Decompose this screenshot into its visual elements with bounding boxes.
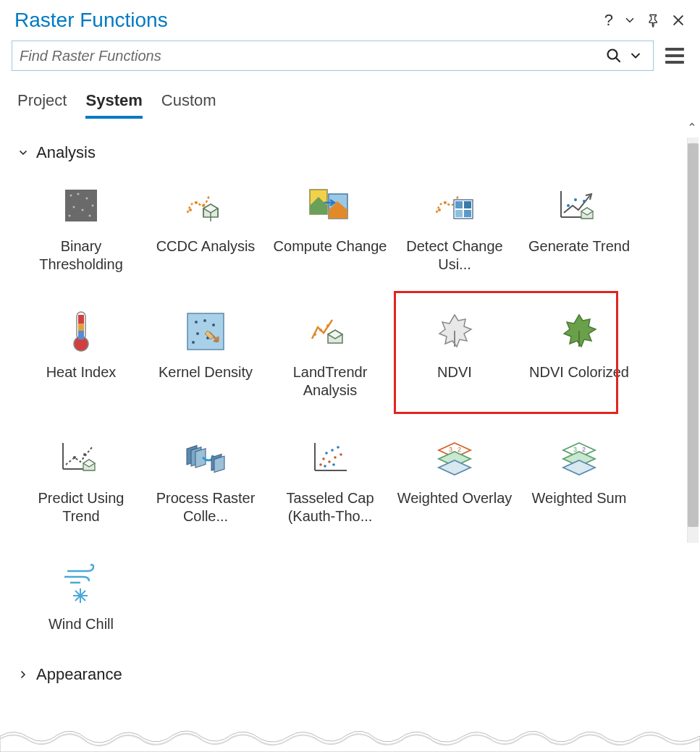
search-box[interactable] (12, 41, 654, 71)
func-weighted-overlay[interactable]: 32 Weighted Overlay (395, 428, 514, 530)
pin-icon[interactable] (646, 13, 661, 28)
svg-point-48 (319, 463, 322, 466)
func-label: Heat Index (46, 363, 117, 381)
tasseled-cap-icon (305, 433, 355, 482)
options-dropdown-icon[interactable] (623, 14, 636, 27)
func-ccdc-analysis[interactable]: CCDC Analysis (146, 177, 265, 278)
func-label: CCDC Analysis (156, 237, 256, 255)
svg-point-9 (69, 215, 71, 217)
func-detect-change[interactable]: Detect Change Usi... (395, 177, 514, 278)
func-label: Generate Trend (528, 237, 630, 255)
func-compute-change[interactable]: Compute Change (271, 177, 389, 278)
weighted-sum-icon: 32 (554, 433, 604, 482)
ndvi-colorized-icon (554, 307, 604, 356)
svg-point-53 (334, 456, 337, 459)
svg-rect-27 (78, 315, 84, 324)
svg-point-38 (313, 333, 316, 336)
svg-point-54 (337, 446, 340, 449)
svg-point-15 (438, 208, 441, 211)
search-row (0, 38, 700, 78)
func-label: NDVI (437, 363, 472, 381)
svg-text:2: 2 (457, 446, 461, 453)
svg-rect-18 (455, 201, 463, 208)
scrollbar[interactable] (687, 138, 699, 543)
svg-point-22 (567, 204, 570, 207)
func-binary-thresholding[interactable]: Binary Thresholding (22, 177, 140, 278)
close-icon[interactable] (671, 13, 686, 28)
tab-project[interactable]: Project (17, 91, 67, 119)
panel-title: Raster Functions (14, 9, 168, 32)
content-area: Analysis Binary Thresholding CCDC Analys… (0, 119, 700, 748)
category-analysis-header[interactable]: Analysis (17, 143, 683, 162)
svg-rect-29 (78, 331, 84, 339)
svg-point-12 (202, 204, 205, 207)
analysis-grid: Binary Thresholding CCDC Analysis Comput… (17, 177, 683, 638)
func-generate-trend[interactable]: Generate Trend (520, 177, 638, 278)
detect-change-icon (430, 181, 479, 230)
svg-point-37 (192, 341, 195, 344)
search-dropdown-icon[interactable] (625, 48, 646, 63)
tab-system[interactable]: System (85, 91, 142, 119)
svg-point-6 (73, 206, 75, 208)
svg-point-3 (77, 193, 80, 195)
category-analysis-label: Analysis (36, 143, 96, 162)
chevron-down-icon (17, 147, 29, 159)
ndvi-icon (430, 307, 479, 356)
svg-text:2: 2 (582, 446, 586, 453)
scrollbar-thumb[interactable] (688, 143, 699, 527)
compute-change-icon (305, 181, 355, 230)
svg-point-51 (328, 460, 331, 463)
category-appearance-label: Appearance (36, 665, 122, 684)
svg-point-11 (195, 201, 198, 204)
func-label: Weighted Overlay (397, 489, 513, 507)
func-wind-chill[interactable]: Wind Chill (22, 554, 140, 638)
func-ndvi[interactable]: NDVI (395, 303, 514, 404)
svg-point-50 (325, 452, 328, 455)
raster-functions-panel: Raster Functions ? (0, 0, 700, 752)
svg-text:3: 3 (573, 446, 577, 453)
tabs: Project System Custom (0, 78, 700, 119)
func-predict-using-trend[interactable]: Predict Using Trend (22, 428, 140, 530)
func-tasseled-cap[interactable]: Tasseled Cap (Kauth-Tho... (271, 428, 389, 530)
weighted-overlay-icon: 32 (430, 433, 479, 482)
svg-point-42 (83, 453, 86, 456)
svg-point-34 (196, 332, 199, 335)
svg-point-40 (326, 324, 329, 327)
svg-point-39 (319, 329, 322, 331)
help-icon[interactable]: ? (604, 11, 613, 30)
func-label: NDVI Colorized (529, 363, 629, 381)
func-label: Kernel Density (159, 363, 253, 381)
svg-point-52 (331, 449, 334, 452)
svg-point-4 (86, 198, 88, 200)
search-input[interactable] (20, 41, 602, 70)
search-icon[interactable] (602, 47, 625, 64)
landtrendr-icon (305, 307, 355, 356)
func-kernel-density[interactable]: Kernel Density (146, 303, 265, 404)
svg-point-16 (444, 201, 447, 204)
category-appearance-header[interactable]: Appearance (17, 665, 683, 684)
svg-point-55 (340, 453, 342, 456)
binary-thresholding-icon (56, 181, 106, 230)
func-heat-index[interactable]: Heat Index (22, 303, 140, 404)
func-weighted-sum[interactable]: 32 Weighted Sum (520, 428, 638, 530)
func-label: Wind Chill (49, 615, 114, 633)
title-icons: ? (604, 11, 686, 30)
svg-point-57 (332, 463, 335, 466)
tab-custom[interactable]: Custom (161, 91, 216, 119)
svg-point-8 (89, 215, 91, 217)
func-label: Compute Change (274, 237, 387, 255)
func-landtrendr-analysis[interactable]: LandTrendr Analysis (271, 303, 389, 404)
func-label: Tasseled Cap (Kauth-Tho... (272, 489, 388, 525)
svg-point-41 (73, 456, 76, 459)
func-process-raster-collection[interactable]: Process Raster Colle... (146, 428, 265, 530)
func-label: Weighted Sum (532, 489, 627, 507)
menu-icon[interactable] (664, 45, 686, 67)
kernel-density-icon (181, 307, 230, 356)
scroll-up-icon[interactable] (688, 120, 699, 129)
svg-point-2 (70, 195, 72, 197)
func-label: Detect Change Usi... (397, 237, 513, 274)
svg-rect-30 (187, 313, 224, 350)
func-ndvi-colorized[interactable]: NDVI Colorized (520, 303, 638, 404)
svg-point-10 (189, 208, 192, 211)
func-label: Binary Thresholding (23, 237, 139, 274)
